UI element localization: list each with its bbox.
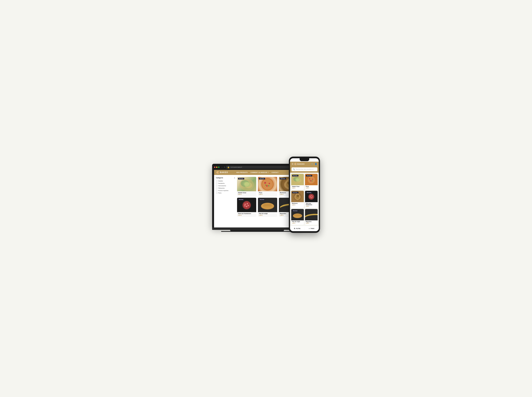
- svg-point-48: [312, 197, 312, 197]
- product-badge-salade-cesar: Nouveau: [238, 178, 244, 180]
- mobile-card-pain-seigle[interactable]: Nouveau: [291, 209, 304, 225]
- desktop-brand-logo[interactable]: 🍞 BAKEO: [216, 171, 228, 174]
- mobile-device: ☰ 🍞 BAKEO 🛒 👤 🔍 Recherchez des produits …: [289, 157, 320, 233]
- nav-comment-ca-marche[interactable]: COMMENT ÇA MARCHE ?: [251, 172, 269, 173]
- filter-pains[interactable]: Pains: [216, 192, 235, 194]
- mobile-navbar: ☰ 🍞 BAKEO 🛒 👤: [290, 162, 319, 167]
- nav-contact[interactable]: CONTACT: [272, 172, 279, 173]
- sidebar-toggle-icon[interactable]: ∧: [234, 177, 235, 179]
- mobile-screen: ☰ 🍞 BAKEO 🛒 👤 🔍 Recherchez des produits …: [290, 158, 319, 231]
- mobile-user-icon[interactable]: 👤: [315, 163, 317, 165]
- mobile-card-salade-cesar[interactable]: Nouveau Salade César: [291, 174, 304, 190]
- lock-icon: 🔒: [227, 166, 230, 168]
- product-price-pizza: 4,90 €: [259, 194, 276, 195]
- back-icon[interactable]: ‹: [221, 166, 222, 168]
- filter-pizzas-quiches-label: Pizzas et quiches: [218, 190, 229, 191]
- svg-point-37: [310, 180, 310, 180]
- mobile-nav-icons: 🛒 👤: [311, 163, 317, 165]
- product-price-tarte-framboises: 3,50 €: [238, 215, 255, 216]
- address-bar[interactable]: 🔒 commande-bakeo.fr ⎘: [226, 166, 296, 169]
- product-info-pizza: Pizza 4,90 €: [258, 191, 277, 196]
- product-price-salade-cesar: 9,90 €: [238, 194, 255, 195]
- window-close-dot[interactable]: [214, 167, 215, 168]
- product-info-tarte-framboises: Tarte aux framboises 3,50 €: [237, 212, 256, 217]
- mobile-card-pizza[interactable]: Nouveau: [305, 174, 318, 190]
- product-card-pizza[interactable]: Nouveau: [258, 177, 277, 196]
- product-card-tarte-framboises[interactable]: Nouveau: [237, 198, 256, 217]
- svg-point-19: [245, 204, 245, 205]
- checkbox-sandwichs[interactable]: [216, 183, 217, 184]
- mobile-badge-tarte-framboises: Nouveau: [306, 192, 312, 193]
- filter-patisseries-label: Pâtisseries: [218, 187, 225, 189]
- mobile-product-name-tarte-framboises: Tarte aux framboises: [306, 203, 317, 205]
- mobile-product-price-pain-seigle: 1,69 €: [292, 223, 303, 224]
- checkbox-salades[interactable]: [216, 180, 217, 182]
- product-card-pain-seigle[interactable]: Nouveau: [258, 198, 277, 217]
- svg-point-53: [294, 214, 301, 217]
- mobile-badge-bucheron: Nouveau: [292, 192, 298, 193]
- mobile-bottom-bar: ⚗ FILTRE ≡ TRIER: [290, 226, 319, 231]
- mobile-image-pain-seigle: Nouveau: [291, 209, 304, 220]
- mobile-filter-button[interactable]: ⚗ FILTRE: [290, 227, 305, 230]
- mobile-product-info-bucheron: Bûcheron 4,00 €: [291, 202, 304, 206]
- mobile-product-name-bucheron: Bûcheron: [292, 203, 303, 204]
- svg-point-36: [312, 180, 312, 181]
- mobile-card-tarte-framboises[interactable]: Nouveau: [305, 191, 318, 208]
- window-minimize-dot[interactable]: [216, 167, 217, 168]
- filter-pizzas-quiches[interactable]: Pizzas et quiches: [216, 190, 235, 191]
- checkbox-pains[interactable]: [216, 192, 217, 194]
- refresh-icon[interactable]: ↻: [224, 166, 225, 168]
- filter-viennoiseries-label: Viennoiseries: [218, 185, 226, 186]
- product-badge-bucheron: Nouveau: [280, 178, 286, 180]
- mobile-search-bar[interactable]: 🔍 Recherchez des produits ici: [292, 167, 317, 171]
- search-icon: 🔍: [293, 168, 295, 170]
- filter-salades[interactable]: Salades: [216, 180, 235, 182]
- svg-point-10: [265, 185, 266, 186]
- svg-point-13: [243, 201, 251, 209]
- mobile-product-name-salade-cesar: Salade César: [292, 186, 303, 187]
- sidebar-category-title: Catégorie: [216, 177, 223, 179]
- checkbox-pizzas-quiches[interactable]: [216, 190, 217, 191]
- product-card-salade-cesar[interactable]: Nouveau Salade César: [237, 177, 256, 196]
- product-image-pain-seigle: Nouveau: [258, 198, 277, 212]
- filter-sandwichs[interactable]: Sandwichs: [216, 183, 235, 184]
- laptop-base: [212, 227, 302, 230]
- svg-point-9: [268, 185, 269, 186]
- filter-viennoiseries[interactable]: Viennoiseries: [216, 185, 235, 186]
- svg-point-35: [310, 180, 312, 181]
- svg-point-46: [310, 196, 310, 196]
- sort-label: TRIER: [310, 228, 314, 229]
- mobile-sort-button[interactable]: ≡ TRIER: [304, 227, 319, 230]
- mobile-product-price-baguettes: 1,69 €: [306, 223, 317, 224]
- nav-nos-produits[interactable]: NOS PRODUITS: [236, 172, 248, 173]
- mobile-card-bucheron[interactable]: Nouveau Bûcheron 4,00 €: [291, 191, 304, 208]
- product-info-pain-seigle: Pain de seigle 1,69 €: [258, 212, 277, 217]
- mobile-search-area: 🔍 Recherchez des produits ici: [290, 167, 319, 173]
- desktop-nav-links: NOS PRODUITS COMMENT ÇA MARCHE ? CONTACT: [236, 172, 279, 173]
- search-placeholder-text: Recherchez des produits ici: [296, 168, 313, 170]
- mobile-brand[interactable]: 🍞 BAKEO: [294, 163, 305, 165]
- svg-point-34: [312, 179, 313, 180]
- forward-icon[interactable]: ›: [223, 166, 223, 168]
- mobile-card-baguettes[interactable]: Baguettes 1,69 €: [305, 209, 318, 225]
- mobile-badge-pain-seigle: Nouveau: [292, 210, 298, 212]
- mobile-product-info-pizza: Pizza 4,90 €: [305, 185, 318, 190]
- mobile-notch: [300, 158, 309, 161]
- mobile-brand-icon: 🍞: [294, 163, 297, 165]
- mobile-frame: ☰ 🍞 BAKEO 🛒 👤 🔍 Recherchez des produits …: [289, 157, 320, 233]
- mobile-brand-name: BAKEO: [297, 163, 305, 165]
- mobile-menu-icon[interactable]: ☰: [292, 163, 294, 165]
- mobile-product-price-tarte-framboises: 3,50 €: [306, 206, 317, 207]
- window-maximize-dot[interactable]: [218, 167, 220, 168]
- laptop-stand: [230, 230, 284, 231]
- checkbox-viennoiseries[interactable]: [216, 185, 217, 186]
- checkbox-patisseries[interactable]: [216, 187, 217, 189]
- desktop-navbar: 🍞 BAKEO NOS PRODUITS COMMENT ÇA MARCHE ?…: [214, 170, 300, 175]
- mobile-image-bucheron: Nouveau: [291, 191, 304, 202]
- mobile-cart-icon[interactable]: 🛒: [311, 163, 313, 165]
- mobile-product-price-salade-cesar: 9,90 €: [292, 187, 303, 189]
- svg-point-40: [308, 194, 314, 199]
- filter-patisseries[interactable]: Pâtisseries: [216, 187, 235, 189]
- product-badge-tarte-framboises: Nouveau: [238, 199, 244, 200]
- mobile-product-info-pain-seigle: Pain de seigle 1,69 €: [291, 220, 304, 225]
